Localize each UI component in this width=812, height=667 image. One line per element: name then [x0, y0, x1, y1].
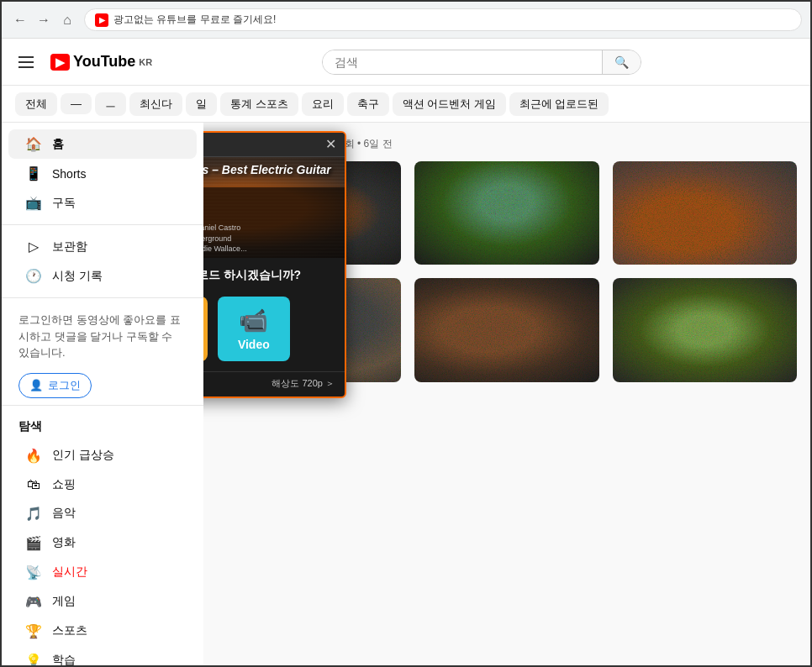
video-btn-label: Video [238, 338, 270, 351]
category-chip-4[interactable]: 일 [186, 92, 217, 116]
trending-icon: 🔥 [25, 448, 42, 464]
sidebar-divider-1 [2, 224, 203, 225]
preview-tracklist: 01. Slightly Hurt Me – Joss Stone02. Blu… [203, 187, 345, 258]
video-card-6[interactable] [613, 278, 797, 381]
sidebar-item-library[interactable]: ▷ 보관함 [8, 232, 197, 261]
noise-overlay-5 [414, 278, 598, 381]
sidebar-label-subscriptions: 구독 [52, 196, 76, 211]
category-chip-sports[interactable]: 통계 스포츠 [220, 92, 298, 116]
hamburger-line [18, 61, 34, 63]
gaming-icon: 🎮 [25, 594, 42, 610]
category-chip-cooking[interactable]: 요리 [302, 92, 344, 116]
sidebar-item-shorts[interactable]: 📱 Shorts [8, 159, 197, 188]
noise-overlay-3 [613, 161, 797, 265]
thumbnail-6 [613, 278, 797, 381]
sidebar-label-learning: 학습 [52, 653, 76, 667]
thumbnail-2 [414, 161, 598, 265]
home-icon: 🏠 [25, 136, 42, 152]
resolution-info[interactable]: 해상도 720p ＞ [272, 377, 335, 390]
category-bar: 전체 — ㅡ 최신다 일 통계 스포츠 요리 축구 액션 어드벤처 게임 최근에… [2, 86, 810, 123]
modal-header: ▼ Clip Down ✕ [203, 133, 345, 157]
sidebar-item-movies[interactable]: 🎬 영화 [8, 528, 197, 558]
address-text: 광고없는 유튜브를 무료로 즐기세요! [113, 13, 276, 27]
address-bar[interactable]: ▶ 광고없는 유튜브를 무료로 즐기세요! [84, 8, 802, 31]
movies-icon: 🎬 [25, 535, 42, 551]
live-icon: 📡 [25, 565, 42, 580]
sidebar-label-shopping: 쇼핑 [52, 477, 76, 492]
learning-icon: 💡 [25, 653, 42, 668]
sidebar-item-live[interactable]: 📡 실시간 [8, 558, 197, 587]
home-button[interactable]: ⌂ [57, 10, 77, 30]
category-chip-2[interactable]: ㅡ [95, 92, 126, 116]
explore-section-title: 탐색 [2, 412, 203, 441]
sidebar-label-gaming: 게임 [52, 594, 76, 609]
site-favicon: ▶ [95, 13, 108, 27]
sidebar-item-trending[interactable]: 🔥 인기 급상승 [8, 441, 197, 470]
history-icon: 🕐 [25, 268, 42, 284]
browser-nav-buttons: ← → ⌂ [10, 10, 77, 30]
tracklist-text: 01. Slightly Hurt Me – Joss Stone02. Blu… [203, 191, 338, 255]
sports-icon: 🏆 [25, 623, 42, 639]
forward-button[interactable]: → [34, 10, 54, 30]
modal-video-preview: 100 Best Blues Songs – Best Electric Gui… [203, 157, 345, 258]
sidebar-item-shopping[interactable]: 🛍 쇼핑 [8, 470, 197, 499]
back-button[interactable]: ← [10, 10, 30, 30]
category-chip-soccer[interactable]: 축구 [347, 92, 389, 116]
sidebar-item-music[interactable]: 🎵 음악 [8, 499, 197, 528]
browser-chrome: ← → ⌂ ▶ 광고없는 유튜브를 무료로 즐기세요! [2, 2, 810, 39]
sidebar-item-sports[interactable]: 🏆 스포츠 [8, 617, 197, 646]
separator: • [357, 138, 364, 150]
category-chip-all[interactable]: 전체 [15, 92, 57, 116]
search-input[interactable] [323, 50, 602, 74]
main-layout: 🏠 홈 📱 Shorts 📺 구독 ▷ 보관함 🕐 시청 기록 로그인하면 동영… [2, 123, 810, 667]
search-button[interactable]: 🔍 [602, 50, 641, 74]
sidebar-divider-3 [2, 405, 203, 406]
content-area: YIN 다니보 ✓ 조회수 46만회 • 6일 전 [203, 123, 810, 667]
shopping-icon: 🛍 [25, 477, 42, 492]
video-card-5[interactable] [414, 278, 598, 381]
preview-background: 100 Best Blues Songs – Best Electric Gui… [203, 157, 345, 258]
category-chip-recent[interactable]: 최근에 업로드된 [509, 92, 609, 116]
subscriptions-icon: 📺 [25, 195, 42, 211]
thumbnail-3 [613, 161, 797, 265]
thumbnail-5 [414, 278, 598, 381]
hamburger-line [18, 56, 34, 58]
sidebar-item-gaming[interactable]: 🎮 게임 [8, 587, 197, 617]
youtube-header: ▶ YouTubeKR 🔍 [2, 39, 810, 86]
sidebar-label-shorts: Shorts [52, 167, 86, 181]
sidebar-item-history[interactable]: 🕐 시청 기록 [8, 261, 197, 291]
sidebar-label-live: 실시간 [52, 565, 87, 580]
video-icon: 📹 [239, 307, 268, 334]
shorts-icon: 📱 [25, 165, 42, 181]
modal-buttons: ♪ Audio 📹 Video [203, 290, 345, 371]
sidebar-item-subscriptions[interactable]: 📺 구독 [8, 188, 197, 218]
search-container: 🔍 [166, 50, 797, 75]
youtube-logo[interactable]: ▶ YouTubeKR [50, 53, 152, 71]
sidebar-item-learning[interactable]: 💡 학습 [8, 646, 197, 668]
video-card-3[interactable] [613, 161, 797, 265]
youtube-logo-icon: ▶ [50, 54, 70, 71]
category-chip-1[interactable]: — [61, 93, 92, 114]
modal-close-button[interactable]: ✕ [325, 138, 336, 151]
modal-question: 동영상을 다운로드 하시겠습니까? [203, 258, 345, 290]
login-prompt-text: 로그인하면 동영상에 좋아요를 표시하고 댓글을 달거나 구독할 수 있습니다. [2, 305, 203, 368]
sidebar-label-movies: 영화 [52, 535, 76, 550]
video-download-button[interactable]: 📹 Video [218, 297, 290, 361]
age-text: 6일 전 [364, 138, 393, 150]
youtube-region-label: KR [139, 57, 152, 67]
hamburger-menu[interactable] [15, 53, 37, 71]
sidebar-label-music: 음악 [52, 506, 76, 521]
audio-download-button[interactable]: ♪ Audio [203, 297, 208, 361]
sidebar-label-history: 시청 기록 [52, 269, 103, 284]
category-chip-action[interactable]: 액션 어드벤처 게임 [393, 92, 506, 116]
login-button[interactable]: 👤 로그인 [18, 373, 92, 398]
clipdown-modal: ▼ Clip Down ✕ 100 Best Blues Songs – Bes… [203, 131, 346, 398]
sidebar-item-home[interactable]: 🏠 홈 [8, 129, 197, 159]
music-icon: 🎵 [25, 506, 42, 522]
category-chip-3[interactable]: 최신다 [129, 92, 182, 116]
video-card-2[interactable] [414, 161, 598, 265]
youtube-logo-text: YouTube [73, 53, 135, 71]
modal-footer: 쿠팡 바로가기 추가 해상도 720p ＞ [203, 371, 345, 397]
sidebar: 🏠 홈 📱 Shorts 📺 구독 ▷ 보관함 🕐 시청 기록 로그인하면 동영… [2, 123, 203, 667]
sidebar-divider-2 [2, 297, 203, 298]
